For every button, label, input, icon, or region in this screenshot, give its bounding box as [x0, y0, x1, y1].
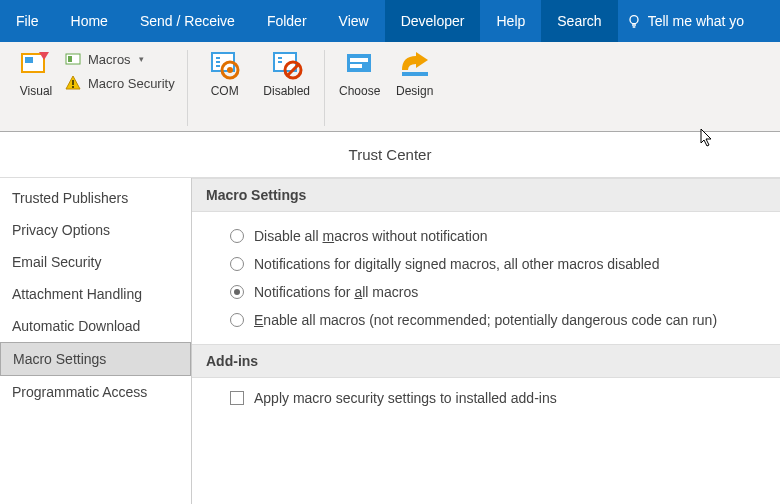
tab-send-receive[interactable]: Send / Receive	[124, 0, 251, 42]
macros-icon	[64, 50, 82, 68]
tab-home[interactable]: Home	[55, 0, 124, 42]
disabled-items-icon	[270, 48, 304, 82]
svg-rect-2	[25, 57, 33, 63]
com-addins-label: COM	[211, 84, 239, 98]
macros-button[interactable]: Macros ▾	[60, 48, 179, 70]
ribbon-separator	[187, 50, 188, 126]
choose-form-button[interactable]: Choose	[333, 46, 387, 126]
visual-basic-icon	[19, 48, 53, 82]
ribbon-separator	[324, 50, 325, 126]
dropdown-caret-icon: ▾	[139, 54, 144, 64]
design-form-label: Design	[396, 84, 433, 98]
macro-option-3[interactable]: Enable all macros (not recommended; pote…	[230, 306, 770, 334]
tell-me-search[interactable]: Tell me what yo	[618, 0, 752, 42]
trust-center-nav: Trusted Publishers Privacy Options Email…	[0, 178, 192, 504]
tab-developer[interactable]: Developer	[385, 0, 481, 42]
macro-option-0[interactable]: Disable all macros without notification	[230, 222, 770, 250]
addins-header: Add-ins	[192, 344, 780, 378]
nav-programmatic-access[interactable]: Programmatic Access	[0, 376, 191, 408]
svg-rect-6	[72, 86, 74, 88]
nav-privacy-options[interactable]: Privacy Options	[0, 214, 191, 246]
visual-basic-button[interactable]: Visual	[12, 46, 60, 126]
tab-file[interactable]: File	[0, 0, 55, 42]
macro-settings-header: Macro Settings	[192, 178, 780, 212]
tab-help[interactable]: Help	[480, 0, 541, 42]
svg-rect-12	[347, 54, 371, 72]
dialog-title: Trust Center	[0, 132, 780, 178]
choose-form-label: Choose	[339, 84, 380, 98]
radio-icon	[230, 257, 244, 271]
trust-center-content: Macro Settings Disable all macros withou…	[192, 178, 780, 504]
macro-option-label: Notifications for digitally signed macro…	[254, 256, 659, 272]
warning-icon	[64, 74, 82, 92]
svg-rect-15	[402, 72, 428, 76]
com-addins-button[interactable]: COM	[196, 46, 254, 126]
checkbox-icon	[230, 391, 244, 405]
disabled-items-label: Disabled	[263, 84, 310, 98]
visual-basic-label: Visual	[20, 84, 52, 98]
macro-option-label: Disable all macros without notification	[254, 228, 487, 244]
design-form-icon	[398, 48, 432, 82]
tab-search[interactable]: Search	[541, 0, 617, 42]
trust-center-dialog: Trust Center Trusted Publishers Privacy …	[0, 131, 780, 504]
apply-macro-security-label: Apply macro security settings to install…	[254, 390, 557, 406]
svg-rect-14	[350, 64, 362, 68]
radio-icon	[230, 229, 244, 243]
nav-email-security[interactable]: Email Security	[0, 246, 191, 278]
radio-icon	[230, 285, 244, 299]
ribbon-content: Visual Macros ▾ Macro Security COM	[0, 42, 780, 132]
nav-trusted-publishers[interactable]: Trusted Publishers	[0, 182, 191, 214]
svg-point-0	[630, 16, 638, 24]
choose-form-icon	[343, 48, 377, 82]
tell-me-label: Tell me what yo	[648, 13, 744, 29]
macros-label: Macros	[88, 52, 131, 67]
group-addins: COM Disabled	[190, 46, 322, 126]
svg-rect-4	[68, 56, 72, 62]
tab-view[interactable]: View	[323, 0, 385, 42]
design-form-button[interactable]: Design	[389, 46, 441, 126]
lightbulb-icon	[626, 13, 642, 29]
svg-rect-13	[350, 58, 368, 62]
apply-macro-security-checkbox[interactable]: Apply macro security settings to install…	[192, 378, 780, 416]
disabled-items-button[interactable]: Disabled	[258, 46, 316, 126]
nav-automatic-download[interactable]: Automatic Download	[0, 310, 191, 342]
macro-security-label: Macro Security	[88, 76, 175, 91]
nav-macro-settings[interactable]: Macro Settings	[0, 342, 191, 376]
macro-option-label: Enable all macros (not recommended; pote…	[254, 312, 717, 328]
macro-option-1[interactable]: Notifications for digitally signed macro…	[230, 250, 770, 278]
macro-option-2[interactable]: Notifications for all macros	[230, 278, 770, 306]
svg-rect-5	[72, 80, 74, 85]
radio-icon	[230, 313, 244, 327]
com-addins-icon	[208, 48, 242, 82]
group-code: Visual Macros ▾ Macro Security	[6, 46, 185, 126]
group-forms: Choose Design	[327, 46, 447, 126]
macro-security-button[interactable]: Macro Security	[60, 72, 179, 94]
nav-attachment-handling[interactable]: Attachment Handling	[0, 278, 191, 310]
macro-settings-options: Disable all macros without notificationN…	[192, 212, 780, 344]
macro-option-label: Notifications for all macros	[254, 284, 418, 300]
tab-folder[interactable]: Folder	[251, 0, 323, 42]
ribbon-tabs: File Home Send / Receive Folder View Dev…	[0, 0, 780, 42]
svg-point-9	[227, 67, 233, 73]
